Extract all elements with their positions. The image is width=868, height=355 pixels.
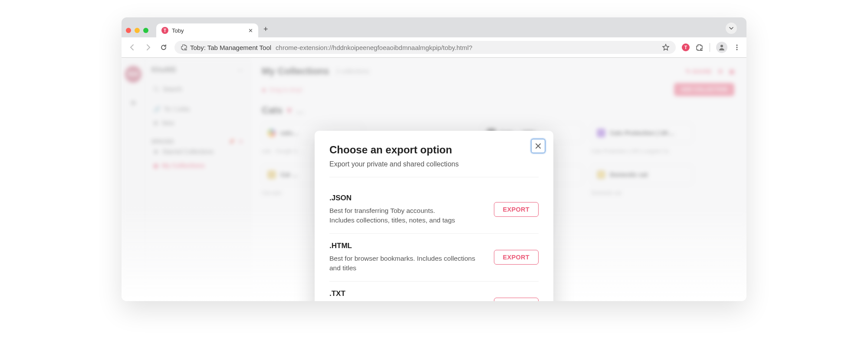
address-bar: Toby: Tab Management Tool chrome-extensi… — [122, 37, 746, 57]
url-box[interactable]: Toby: Tab Management Tool chrome-extensi… — [174, 41, 676, 54]
option-text: .TXT Best as a editble back up file. Inc… — [329, 289, 485, 301]
svg-point-2 — [736, 47, 738, 48]
export-json-button[interactable]: EXPORT — [494, 202, 539, 217]
menu-button[interactable] — [733, 44, 740, 51]
modal-subtitle: Export your private and shared collectio… — [329, 160, 539, 177]
svg-point-1 — [736, 45, 738, 46]
close-icon[interactable]: ✕ — [248, 27, 253, 34]
new-tab-button[interactable]: + — [263, 25, 268, 34]
export-txt-button[interactable]: EXPORT — [494, 298, 539, 301]
divider — [710, 43, 710, 52]
puzzle-icon — [696, 43, 704, 51]
browser-window: T Toby ✕ + Toby: Tab Management — [122, 17, 746, 301]
nav-forward-button[interactable] — [143, 43, 153, 52]
browser-chrome: T Toby ✕ + Toby: Tab Management — [122, 17, 746, 58]
window-maximize-icon[interactable] — [143, 28, 148, 33]
url-text: chrome-extension://hddnkoipeenegfoeaoibd… — [276, 44, 472, 51]
app-content: KH + KhoNS ⋯ Search 🔗To / Links ⊕New SPA… — [122, 58, 746, 301]
option-format: .TXT — [329, 289, 485, 298]
option-description: Best for transferring Toby accounts. Inc… — [329, 206, 485, 226]
window-minimize-icon[interactable] — [135, 28, 140, 33]
bookmark-button[interactable] — [662, 43, 670, 51]
window-controls — [126, 28, 148, 33]
nav-back-button[interactable] — [128, 43, 137, 52]
toolbar-icons: T — [682, 42, 740, 53]
export-option-txt: .TXT Best as a editble back up file. Inc… — [329, 282, 539, 301]
export-modal: Choose an export option Export your priv… — [315, 131, 553, 301]
export-option-json: .JSON Best for transferring Toby account… — [329, 186, 539, 234]
modal-close-button[interactable] — [531, 139, 546, 153]
puzzle-icon — [181, 44, 187, 51]
chevron-down-icon — [729, 26, 734, 31]
close-icon — [535, 143, 542, 149]
option-format: .HTML — [329, 242, 485, 250]
export-html-button[interactable]: EXPORT — [494, 250, 539, 265]
toby-extension-icon[interactable]: T — [682, 43, 690, 51]
arrow-left-icon — [128, 43, 136, 51]
extensions-button[interactable] — [696, 43, 704, 51]
option-text: .JSON Best for transferring Toby account… — [329, 194, 485, 226]
export-option-html: .HTML Best for browser bookmarks. Includ… — [329, 234, 539, 282]
profile-button[interactable] — [716, 42, 727, 53]
extension-label: Toby: Tab Management Tool — [190, 44, 271, 51]
extension-badge: Toby: Tab Management Tool — [181, 44, 271, 51]
svg-point-0 — [720, 45, 723, 47]
arrow-right-icon — [144, 43, 152, 51]
reload-button[interactable] — [159, 43, 168, 52]
person-icon — [718, 44, 725, 51]
tabs-dropdown-button[interactable] — [726, 23, 737, 34]
tab-title: Toby — [172, 27, 245, 34]
star-icon — [662, 43, 670, 51]
svg-point-3 — [736, 49, 738, 50]
option-text: .HTML Best for browser bookmarks. Includ… — [329, 242, 485, 273]
browser-tab[interactable]: T Toby ✕ — [156, 23, 258, 37]
tab-bar: T Toby ✕ + — [122, 17, 746, 37]
tab-favicon: T — [161, 27, 168, 34]
reload-icon — [160, 43, 168, 51]
option-description: Best for browser bookmarks. Includes col… — [329, 254, 485, 273]
modal-title: Choose an export option — [329, 144, 539, 156]
kebab-icon — [733, 44, 740, 51]
option-format: .JSON — [329, 194, 485, 202]
window-close-icon[interactable] — [126, 28, 131, 33]
